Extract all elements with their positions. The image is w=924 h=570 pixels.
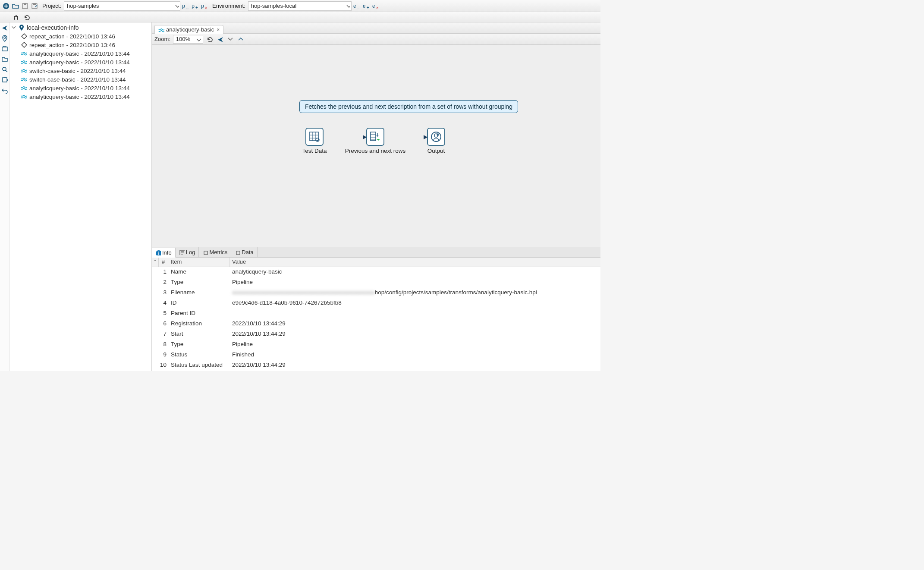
cell-value: 2022/10/10 13:44:29 xyxy=(232,362,286,368)
pipeline-canvas[interactable]: Fetches the previous and next descriptio… xyxy=(152,45,600,247)
tree-item-label: analyticquery-basic - 2022/10/10 13:44 xyxy=(29,85,130,91)
project-edit-button[interactable] xyxy=(181,2,190,10)
info-icon xyxy=(155,250,161,255)
table-row[interactable]: 1Nameanalyticquery-basic xyxy=(152,267,600,277)
canvas-note[interactable]: Fetches the previous and next descriptio… xyxy=(299,100,518,113)
table-row[interactable]: 8TypePipeline xyxy=(152,340,600,350)
sub-refresh-button[interactable] xyxy=(22,13,31,22)
col-header-num[interactable]: # xyxy=(159,258,168,267)
tree-item-label: repeat_action - 2022/10/10 13:46 xyxy=(29,33,115,40)
table-row[interactable]: 7Start2022/10/10 13:44:29 xyxy=(152,329,600,340)
environment-delete-button[interactable] xyxy=(371,2,380,10)
bottom-tab-info[interactable]: Info xyxy=(152,248,176,258)
bottom-tab-data[interactable]: Data xyxy=(231,247,257,257)
project-add-button[interactable] xyxy=(191,2,199,10)
tree-root[interactable]: local-execution-info xyxy=(9,23,151,32)
project-select-value: hop-samples xyxy=(67,3,99,9)
square-icon xyxy=(202,249,208,255)
new-button[interactable] xyxy=(2,2,10,10)
perspective-location-icon[interactable] xyxy=(1,35,9,42)
perspective-explorer-icon[interactable] xyxy=(1,55,9,63)
tree-item[interactable]: analyticquery-basic - 2022/10/10 13:44 xyxy=(9,58,151,66)
table-row[interactable]: 5Parent ID xyxy=(152,309,600,319)
table-row[interactable]: 10Status Last updated2022/10/10 13:44:29 xyxy=(152,360,600,371)
cell-item: Status xyxy=(168,350,229,360)
table-row[interactable]: 9StatusFinished xyxy=(152,350,600,360)
cell-num: 9 xyxy=(152,350,168,360)
cell-item: Start xyxy=(168,329,229,340)
cell-value: 2022/10/10 13:44:29 xyxy=(232,331,286,337)
sub-delete-button[interactable] xyxy=(11,13,20,22)
log-icon xyxy=(179,249,185,255)
cell-value: 2022/10/10 13:44:29 xyxy=(232,320,286,327)
step-output-label: Output xyxy=(427,148,445,154)
perspective-metadata-icon[interactable] xyxy=(1,45,9,53)
project-select[interactable]: hop-samples xyxy=(64,1,180,11)
save-button[interactable] xyxy=(21,2,29,10)
step-prev-next-rows-label: Previous and next rows xyxy=(345,148,405,154)
col-header-value[interactable]: Value xyxy=(229,258,600,267)
step-output[interactable] xyxy=(427,128,445,146)
cell-item: Parent ID xyxy=(168,309,229,319)
cell-num: 8 xyxy=(152,340,168,350)
tree-item-label: repeat_action - 2022/10/10 13:46 xyxy=(29,42,115,48)
cell-item: Type xyxy=(168,277,229,288)
environment-edit-button[interactable] xyxy=(352,2,361,10)
pipeline-icon xyxy=(21,93,28,100)
perspective-plugins-icon[interactable] xyxy=(1,76,9,84)
table-row[interactable]: 6Registration2022/10/10 13:44:29 xyxy=(152,319,600,329)
pipeline-icon xyxy=(21,85,28,91)
cell-item: Status Last updated xyxy=(168,360,229,371)
project-delete-button[interactable] xyxy=(200,2,209,10)
table-row[interactable]: 2TypePipeline xyxy=(152,277,600,288)
tree-item[interactable]: switch-case-basic - 2022/10/10 13:44 xyxy=(9,66,151,75)
pipeline-icon xyxy=(21,59,28,66)
pipeline-icon xyxy=(21,50,28,57)
tree-item[interactable]: switch-case-basic - 2022/10/10 13:44 xyxy=(9,75,151,84)
environment-add-button[interactable] xyxy=(362,2,371,10)
tree-item-label: analyticquery-basic - 2022/10/10 13:44 xyxy=(29,50,130,57)
pipeline-icon xyxy=(158,27,164,33)
cell-num: 10 xyxy=(152,360,168,371)
cell-num: 7 xyxy=(152,329,168,340)
save-as-button[interactable] xyxy=(30,2,39,10)
table-row[interactable]: 4IDe9e9c4d6-d118-4a0b-9610-742672b5bfb8 xyxy=(152,298,600,309)
step-test-data[interactable] xyxy=(305,128,324,146)
tree-item[interactable]: repeat_action - 2022/10/10 13:46 xyxy=(9,41,151,49)
table-row[interactable]: 3Filenamexxxxxxxxxxxxxxxxxxxxxxxxxxxxxxx… xyxy=(152,288,600,298)
repeat-icon xyxy=(21,33,28,40)
editor-tab-label: analyticquery-basic xyxy=(166,26,214,33)
step-prev-next-rows[interactable] xyxy=(366,128,384,146)
cell-value: hop/config/projects/samples/transforms/a… xyxy=(375,289,537,296)
zoom-collapse-button[interactable] xyxy=(226,35,234,43)
zoom-expand-button[interactable] xyxy=(237,35,245,43)
tree-item[interactable]: analyticquery-basic - 2022/10/10 13:44 xyxy=(9,92,151,101)
open-button[interactable] xyxy=(11,2,20,10)
perspective-undo-icon[interactable] xyxy=(1,86,9,94)
bottom-tab-log[interactable]: Log xyxy=(176,247,199,257)
cell-num: 5 xyxy=(152,309,168,319)
cell-num: 2 xyxy=(152,277,168,288)
cell-value: analyticquery-basic xyxy=(232,268,282,275)
editor-tab[interactable]: analyticquery-basic × xyxy=(154,25,223,34)
environment-label: Environment: xyxy=(212,3,245,9)
close-tab-icon[interactable]: × xyxy=(217,27,220,33)
zoom-refresh-button[interactable] xyxy=(206,35,214,43)
col-header-item[interactable]: Item xyxy=(168,258,229,267)
cell-num: 3 xyxy=(152,288,168,298)
environment-select[interactable]: hop-samples-local xyxy=(248,1,352,11)
hop-1[interactable] xyxy=(324,137,366,137)
perspective-run-icon[interactable] xyxy=(1,24,9,32)
zoom-select[interactable]: 100% xyxy=(173,35,203,44)
zoom-run-button[interactable] xyxy=(216,35,224,43)
project-label: Project: xyxy=(42,3,61,9)
col-sort-indicator[interactable]: ˆ xyxy=(152,258,159,267)
tree-item[interactable]: analyticquery-basic - 2022/10/10 13:44 xyxy=(9,84,151,92)
bottom-tab-metrics[interactable]: Metrics xyxy=(199,247,231,257)
perspective-search-icon[interactable] xyxy=(1,66,9,73)
tree-item[interactable]: repeat_action - 2022/10/10 13:46 xyxy=(9,32,151,41)
hop-2[interactable] xyxy=(384,137,427,137)
tree-item-label: switch-case-basic - 2022/10/10 13:44 xyxy=(29,76,126,83)
canvas-note-text: Fetches the previous and next descriptio… xyxy=(305,103,512,110)
tree-item[interactable]: analyticquery-basic - 2022/10/10 13:44 xyxy=(9,49,151,58)
